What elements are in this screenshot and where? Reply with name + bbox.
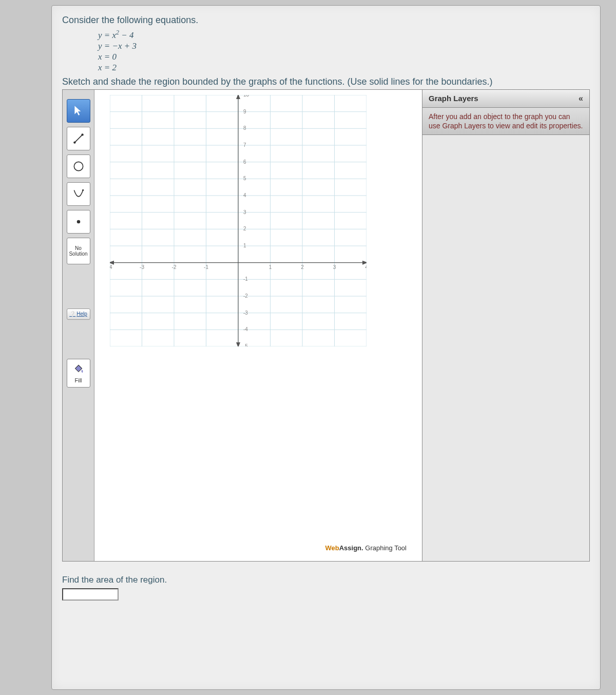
line-tool-button[interactable] xyxy=(67,127,90,150)
circle-tool-button[interactable] xyxy=(67,155,90,178)
point-icon xyxy=(72,215,85,228)
collapse-panel-icon[interactable]: « xyxy=(579,94,583,103)
problem-intro: Consider the following equations. xyxy=(62,15,590,26)
svg-text:3: 3 xyxy=(333,264,336,269)
svg-line-2 xyxy=(74,134,82,142)
svg-text:7: 7 xyxy=(243,142,246,148)
graph-canvas[interactable]: -4-3-2-11234-5-4-3-2-112345678910 WebAss… xyxy=(94,90,422,561)
svg-text:-2: -2 xyxy=(243,293,248,299)
svg-text:10: 10 xyxy=(243,95,249,98)
svg-text:6: 6 xyxy=(243,159,246,164)
graphing-tool: No Solution ❔ Help Fill xyxy=(62,89,590,562)
coordinate-grid: -4-3-2-11234-5-4-3-2-112345678910 xyxy=(110,95,367,346)
svg-point-4 xyxy=(82,189,84,190)
svg-text:4: 4 xyxy=(243,192,246,198)
svg-text:-1: -1 xyxy=(243,276,248,282)
equation-4: x = 2 xyxy=(98,62,590,73)
help-button[interactable]: ❔ Help xyxy=(67,308,90,320)
svg-text:5: 5 xyxy=(243,176,246,181)
svg-text:4: 4 xyxy=(365,264,367,269)
equation-1: y = x2 − 4 xyxy=(98,29,590,41)
svg-text:1: 1 xyxy=(243,243,246,248)
parabola-tool-button[interactable] xyxy=(67,182,90,206)
equations-block: y = x2 − 4 y = −x + 3 x = 0 x = 2 xyxy=(98,29,590,73)
parabola-icon xyxy=(72,187,85,201)
svg-text:-3: -3 xyxy=(243,310,248,315)
pointer-icon xyxy=(72,104,85,118)
area-question: Find the area of the region. xyxy=(62,575,590,601)
area-question-label: Find the area of the region. xyxy=(62,575,590,585)
svg-point-5 xyxy=(76,220,80,223)
fill-icon xyxy=(72,363,85,376)
circle-icon xyxy=(72,160,85,173)
graph-layers-panel: Graph Layers « After you add an object t… xyxy=(422,90,589,561)
svg-text:-2: -2 xyxy=(172,264,177,269)
svg-text:2: 2 xyxy=(243,226,246,231)
layers-panel-header: Graph Layers « xyxy=(422,90,589,108)
equation-3: x = 0 xyxy=(98,51,590,62)
svg-text:1: 1 xyxy=(269,264,272,269)
svg-text:3: 3 xyxy=(243,209,246,215)
instruction-text: Sketch and shade the region bounded by t… xyxy=(62,76,590,87)
svg-text:-5: -5 xyxy=(243,343,248,346)
point-tool-button[interactable] xyxy=(67,210,90,234)
svg-text:-4: -4 xyxy=(110,264,112,269)
area-answer-input[interactable] xyxy=(62,588,119,601)
pointer-tool-button[interactable] xyxy=(67,99,90,123)
svg-marker-34 xyxy=(236,342,240,346)
svg-text:8: 8 xyxy=(243,125,246,131)
svg-text:9: 9 xyxy=(243,108,246,114)
svg-text:-4: -4 xyxy=(243,326,248,332)
branding-label: WebAssign. Graphing Tool xyxy=(325,544,407,552)
svg-text:-1: -1 xyxy=(204,264,208,269)
line-icon xyxy=(72,132,85,145)
no-solution-button[interactable]: No Solution xyxy=(67,238,90,264)
svg-text:2: 2 xyxy=(301,264,304,269)
toolbar: No Solution ❔ Help Fill xyxy=(63,90,94,561)
fill-tool-button[interactable]: Fill xyxy=(67,359,90,388)
svg-point-3 xyxy=(74,162,83,170)
svg-text:-3: -3 xyxy=(140,264,144,269)
question-container: Consider the following equations. y = x2… xyxy=(51,5,601,690)
equation-2: y = −x + 3 xyxy=(98,41,590,51)
help-icon: ❔ xyxy=(69,311,75,317)
svg-marker-33 xyxy=(236,95,240,99)
layers-panel-hint: After you add an object to the graph you… xyxy=(422,108,589,135)
